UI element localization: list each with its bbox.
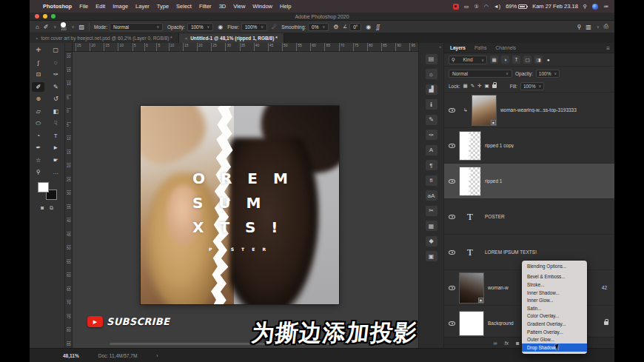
screen-record-icon[interactable] <box>453 4 459 10</box>
eyedropper-tool[interactable]: ✑ <box>50 70 62 79</box>
menu-file[interactable]: File <box>79 3 88 10</box>
layer-style-fx-icon[interactable]: fx <box>505 341 509 346</box>
type-tool[interactable]: T <box>50 131 62 141</box>
menu-type[interactable]: Type <box>157 3 169 10</box>
tab-paths[interactable]: Paths <box>474 45 487 50</box>
search-icon[interactable]: ⚲ <box>577 24 582 30</box>
blend-mode-select[interactable]: Normal ∨ <box>110 23 163 31</box>
info-panel-icon[interactable]: ℹ <box>426 99 437 110</box>
eraser-tool[interactable]: ▱ <box>32 107 44 116</box>
layer-name[interactable]: POSTER <box>485 214 505 219</box>
clone-source-panel-icon[interactable]: ✑ <box>426 130 437 140</box>
layer-visibility-icon[interactable] <box>449 215 455 219</box>
menu-item-inner-glow[interactable]: Inner Glow... <box>522 296 587 304</box>
edit-toolbar-icon[interactable]: … <box>50 167 62 177</box>
siri-icon[interactable] <box>592 4 598 10</box>
layer-row-ripped-1[interactable]: ripped 1 <box>444 164 614 199</box>
symmetry-butterfly-icon[interactable]: ∬ <box>375 24 380 30</box>
menu-item-color-overlay[interactable]: Color Overlay... <box>522 312 587 321</box>
tab-channels[interactable]: Channels <box>496 45 516 50</box>
hand-tool[interactable]: ☛ <box>50 155 62 165</box>
menu-item-bevel-emboss[interactable]: Bevel & Emboss... <box>522 273 587 281</box>
document-tab-inactive[interactable]: × torn cover art by freeject.net.psd @ 6… <box>30 33 179 43</box>
path-select-tool[interactable]: ► <box>50 143 62 152</box>
menu-item-inner-shadow[interactable]: Inner Shadow... <box>522 289 587 297</box>
angle-input[interactable]: 0° <box>349 23 361 31</box>
lock-pixels-icon[interactable]: ✎ <box>471 83 474 89</box>
layer-name[interactable]: woman-w <box>488 285 509 290</box>
status-chevron-icon[interactable]: › <box>156 353 158 358</box>
brush-preset-picker[interactable]: 300 <box>61 22 67 32</box>
wifi-icon[interactable]: ◠ <box>484 4 489 10</box>
layer-visibility-icon[interactable] <box>449 321 455 326</box>
panel-menu-icon[interactable]: ≡ <box>606 45 610 52</box>
vertical-ruler[interactable]: 2015105051015202530354045505560657075808… <box>65 52 73 348</box>
filter-pixel-layers-icon[interactable]: ▦ <box>490 56 498 64</box>
move-tool[interactable]: ✛ <box>32 45 44 55</box>
grid-panel-icon[interactable]: ▦ <box>426 221 437 231</box>
link-layers-icon[interactable]: ∞ <box>494 341 497 346</box>
shape-tool[interactable]: ☆ <box>32 155 44 165</box>
document-tab-active[interactable]: × Untitled-1 @ 48,1% (ripped 1, RGB/8) * <box>179 33 284 43</box>
menu-item-outer-glow[interactable]: Outer Glow... <box>522 335 587 343</box>
layer-row-poster-text[interactable]: T POSTER <box>444 199 614 235</box>
marquee-tool[interactable]: ▢ <box>50 45 62 55</box>
menu-help[interactable]: Help <box>280 3 291 10</box>
ruler-origin-corner[interactable] <box>65 43 73 52</box>
histogram-panel-icon[interactable]: ▟ <box>426 84 437 95</box>
filter-adjustment-layers-icon[interactable]: ◑ <box>501 56 509 64</box>
character-styles-panel-icon[interactable]: aA <box>426 190 437 201</box>
screen-mode-icon[interactable]: ⧉ <box>50 205 53 211</box>
pen-tool[interactable]: ✒ <box>32 143 44 152</box>
battery-indicator[interactable]: 69% <box>506 3 527 10</box>
add-mask-icon[interactable]: ◙ <box>516 341 519 346</box>
layer-thumbnail[interactable]: ▣ <box>459 272 484 304</box>
fill-select[interactable]: 100% ∨ <box>520 82 544 90</box>
lock-artboard-icon[interactable]: ▣ <box>485 83 489 89</box>
lock-transparency-icon[interactable]: ▦ <box>463 83 468 89</box>
airbrush-icon[interactable]: ☄ <box>272 24 277 30</box>
foreground-color-swatch[interactable] <box>38 182 49 192</box>
background-lock-icon[interactable] <box>604 321 608 325</box>
swatches-panel-icon[interactable]: ▤ <box>426 54 437 64</box>
menu-view[interactable]: View <box>233 3 245 10</box>
layer-blend-mode-select[interactable]: Normal ∨ <box>449 70 512 78</box>
layer-visibility-icon[interactable] <box>449 144 455 148</box>
menu-item-drop-shadow[interactable]: Drop Shadow... <box>522 343 587 352</box>
brush-tool[interactable]: ✐ <box>32 82 44 92</box>
glyphs-panel-icon[interactable]: ﬁ <box>426 175 437 186</box>
menu-image[interactable]: Image <box>113 3 128 10</box>
libraries-panel-icon[interactable]: ▣ <box>426 251 437 261</box>
layer-visibility-icon[interactable] <box>449 250 455 255</box>
pencil-tool[interactable]: ✎ <box>50 82 62 92</box>
layer-visibility-icon[interactable] <box>449 108 455 113</box>
filter-smart-objects-icon[interactable]: ◨ <box>534 56 543 64</box>
smudge-tool[interactable]: ☟ <box>50 118 62 128</box>
layer-row-ripped-1-copy[interactable]: ripped 1 copy <box>444 128 614 164</box>
filter-type-layers-icon[interactable]: T <box>512 56 520 64</box>
display-icon[interactable]: ▭ <box>464 4 469 10</box>
history-brush-tool[interactable]: ↺ <box>50 94 62 104</box>
menu-window[interactable]: Window <box>252 3 272 10</box>
filter-toggle-icon[interactable]: ● <box>547 58 550 62</box>
quick-mask-icon[interactable]: ◙ <box>41 205 44 211</box>
shapes-panel-icon[interactable]: ◆ <box>426 236 437 247</box>
poster-document[interactable]: O R E M S U M X T S ! P O S T E R <box>141 106 339 304</box>
gradient-tool[interactable]: ◧ <box>50 107 62 116</box>
layer-thumbnail[interactable] <box>459 131 481 161</box>
menu-item-pattern-overlay[interactable]: Pattern Overlay... <box>522 328 587 336</box>
menu-3d[interactable]: 3D <box>219 3 227 10</box>
layer-name[interactable]: LOREM IPSUM TEXTS! <box>485 249 537 255</box>
lock-all-icon[interactable] <box>492 84 497 88</box>
zoom-tool[interactable]: ⚲ <box>32 167 44 177</box>
character-panel-icon[interactable]: A <box>426 145 437 155</box>
layer-thumbnail[interactable] <box>459 311 484 336</box>
layer-name[interactable]: ripped 1 copy <box>485 143 514 148</box>
workspace-switcher-icon[interactable]: ▥ <box>586 24 591 30</box>
notification-center-icon[interactable]: ≔ <box>603 4 608 10</box>
learn-panel-icon[interactable]: ☼ <box>426 69 437 79</box>
layer-opacity-select[interactable]: 100% ∨ <box>536 70 560 78</box>
menubar-clock[interactable]: Kam 27 Feb 23.18 <box>532 3 578 10</box>
scissors-panel-icon[interactable]: ✂ <box>426 206 437 216</box>
keystroke-icon[interactable]: ① <box>474 4 478 10</box>
